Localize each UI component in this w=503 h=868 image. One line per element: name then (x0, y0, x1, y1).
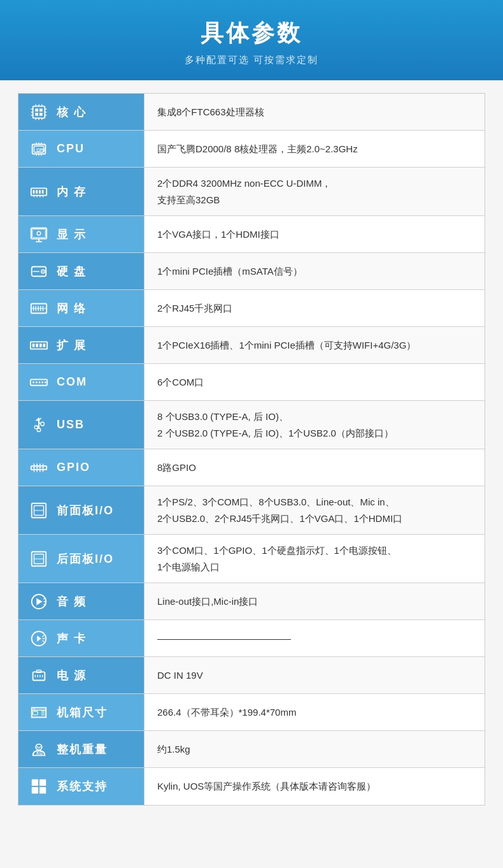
spec-row-weight: KG 整机重量约1.5kg (18, 731, 485, 768)
spec-row-com: COM6个COM口 (18, 364, 485, 401)
monitor-icon (27, 223, 50, 246)
spec-value-text-audio: Line-out接口,Mic-in接口 (157, 593, 472, 610)
spec-row-expansion: 扩 展1个PCIeX16插槽、1个mini PCIe插槽（可支持WIFI+4G/… (18, 327, 485, 364)
hdd-icon (27, 260, 50, 283)
spec-row-chassis: 机箱尺寸266.4（不带耳朵）*199.4*70mm (18, 694, 485, 731)
spec-value-text-network: 2个RJ45千兆网口 (157, 300, 472, 317)
spec-label-usb: USB (18, 401, 145, 449)
spec-value-text-usb: 8 个USB3.0 (TYPE-A, 后 IO)、2 个USB2.0 (TYPE… (157, 409, 472, 441)
spec-value-chassis: 266.4（不带耳朵）*199.4*70mm (145, 694, 485, 730)
cpu-grid-icon (27, 101, 50, 124)
spec-value-text-chassis: 266.4（不带耳朵）*199.4*70mm (157, 704, 472, 721)
weight-icon: KG (27, 738, 50, 761)
spec-value-memory: 2个DDR4 3200MHz non-ECC U-DIMM，支持至高32GB (145, 168, 485, 215)
page-header: 具体参数 多种配置可选 可按需求定制 (0, 0, 503, 80)
audio-icon (27, 590, 50, 613)
spec-row-memory: 内 存2个DDR4 3200MHz non-ECC U-DIMM，支持至高32G… (18, 168, 485, 216)
spec-value-text-memory: 2个DDR4 3200MHz non-ECC U-DIMM，支持至高32GB (157, 175, 472, 208)
spec-value-usb: 8 个USB3.0 (TYPE-A, 后 IO)、2 个USB2.0 (TYPE… (145, 401, 485, 449)
spec-label-text-cpu: CPU (57, 142, 85, 156)
svg-rect-1 (35, 108, 38, 112)
svg-rect-39 (32, 229, 46, 237)
svg-rect-53 (36, 344, 38, 347)
svg-text:KG: KG (36, 751, 43, 755)
svg-point-61 (45, 381, 46, 383)
svg-rect-55 (43, 344, 46, 347)
spec-label-memory: 内 存 (18, 168, 145, 215)
svg-rect-113 (32, 779, 38, 786)
page-title: 具体参数 (13, 18, 490, 49)
spec-row-usb: USB8 个USB3.0 (TYPE-A, 后 IO)、2 个USB2.0 (T… (18, 401, 485, 449)
spec-row-cpu: CPU CPU国产飞腾D2000/8 8核处理器，主频2.0~2.3GHz (18, 131, 485, 168)
svg-point-71 (39, 467, 41, 468)
spec-value-network: 2个RJ45千兆网口 (145, 290, 485, 326)
svg-rect-3 (35, 112, 38, 115)
spec-row-os: 系统支持Kylin, UOS等国产操作系统（具体版本请咨询客服） (18, 768, 485, 805)
spec-value-display: 1个VGA接口，1个HDMI接口 (145, 216, 485, 252)
spec-value-text-expansion: 1个PCIeX16插槽、1个mini PCIe插槽（可支持WIFI+4G/3G） (157, 337, 472, 354)
svg-point-104 (34, 708, 35, 709)
svg-point-63 (41, 422, 45, 426)
serial-icon (27, 371, 50, 394)
spec-row-gpio: GPIO8路GPIO (18, 449, 485, 486)
spec-label-os: 系统支持 (18, 768, 145, 805)
spec-label-text-audio: 音 频 (57, 594, 87, 609)
spec-value-text-core: 集成8个FTC663处理器核 (157, 104, 472, 120)
svg-rect-116 (39, 787, 46, 793)
spec-value-frontio: 1个PS/2、3个COM口、8个USB3.0、Line-out、Mic in、2… (145, 486, 485, 534)
svg-point-43 (43, 271, 44, 272)
spec-label-expansion: 扩 展 (18, 327, 145, 363)
spec-label-soundcard: 声 卡 (18, 620, 145, 656)
spec-value-os: Kylin, UOS等国产操作系统（具体版本请咨询客服） (145, 768, 485, 805)
spec-label-text-os: 系统支持 (57, 779, 108, 794)
svg-rect-115 (32, 787, 38, 793)
svg-line-111 (39, 746, 41, 748)
spec-row-display: 显 示1个VGA接口，1个HDMI接口 (18, 216, 485, 253)
svg-point-72 (42, 467, 44, 468)
spec-label-text-frontio: 前面板I/O (57, 503, 114, 518)
spec-value-power: DC IN 19V (145, 657, 485, 693)
pcie-icon (27, 334, 50, 357)
spec-label-text-gpio: GPIO (57, 461, 90, 474)
spec-row-audio: 音 频Line-out接口,Mic-in接口 (18, 583, 485, 620)
panel2-icon (27, 547, 50, 570)
svg-point-59 (39, 381, 41, 383)
spec-label-frontio: 前面板I/O (18, 486, 145, 534)
svg-line-96 (43, 640, 45, 642)
spec-value-text-cpu: 国产飞腾D2000/8 8核处理器，主频2.0~2.3GHz (157, 141, 472, 157)
spec-value-text-com: 6个COM口 (157, 374, 472, 391)
svg-point-109 (36, 744, 41, 749)
svg-point-60 (41, 381, 43, 383)
spec-label-text-power: 电 源 (57, 668, 87, 683)
spec-label-com: COM (18, 364, 145, 400)
spec-label-text-storage: 硬 盘 (57, 264, 87, 279)
svg-point-57 (32, 381, 34, 383)
spec-value-soundcard: —————————————— (145, 620, 485, 656)
spec-value-reario: 3个COM口、1个GPIO、1个硬盘指示灯、1个电源按钮、1个电源输入口 (145, 535, 485, 582)
spec-label-text-reario: 后面板I/O (57, 551, 114, 567)
spec-value-text-frontio: 1个PS/2、3个COM口、8个USB3.0、Line-out、Mic in、2… (157, 494, 472, 526)
network-icon (27, 297, 50, 320)
spec-value-cpu: 国产飞腾D2000/8 8核处理器，主频2.0~2.3GHz (145, 131, 485, 167)
spec-label-power: 电 源 (18, 657, 145, 693)
windows-icon (27, 775, 50, 798)
spec-value-text-storage: 1个mini PCIe插槽（mSATA信号） (157, 263, 472, 280)
spec-label-text-memory: 内 存 (57, 184, 87, 199)
svg-point-58 (36, 381, 38, 383)
spec-label-audio: 音 频 (18, 583, 145, 619)
spec-value-text-reario: 3个COM口、1个GPIO、1个硬盘指示灯、1个电源按钮、1个电源输入口 (157, 542, 472, 575)
svg-rect-105 (33, 711, 38, 715)
svg-rect-27 (33, 190, 35, 194)
spec-value-audio: Line-out接口,Mic-in接口 (145, 583, 485, 619)
spec-label-chassis: 机箱尺寸 (18, 694, 145, 730)
svg-rect-52 (32, 344, 35, 347)
spec-label-text-display: 显 示 (57, 227, 87, 242)
spec-label-text-core: 核 心 (57, 105, 87, 120)
spec-label-core: 核 心 (18, 94, 145, 130)
spec-value-text-power: DC IN 19V (157, 667, 472, 684)
svg-rect-54 (39, 344, 42, 347)
spec-table: 核 心集成8个FTC663处理器核 CPU CPU国产飞腾D2000/8 8核处… (18, 93, 485, 806)
spec-label-text-chassis: 机箱尺寸 (57, 705, 108, 720)
spec-value-expansion: 1个PCIeX16插槽、1个mini PCIe插槽（可支持WIFI+4G/3G） (145, 327, 485, 363)
svg-point-36 (37, 231, 41, 235)
